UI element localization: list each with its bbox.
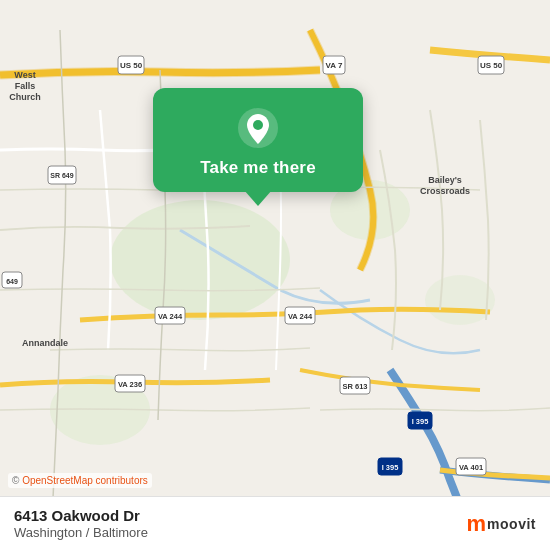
svg-text:Falls: Falls	[15, 81, 36, 91]
svg-text:VA 236: VA 236	[118, 380, 142, 389]
osm-link[interactable]: OpenStreetMap contributors	[22, 475, 148, 486]
moovit-logo: m moovit	[467, 511, 536, 537]
svg-text:SR 649: SR 649	[50, 172, 73, 179]
svg-text:VA 244: VA 244	[158, 312, 183, 321]
popup-card[interactable]: Take me there	[153, 88, 363, 192]
map-roads-svg: US 50 VA 7 US 50 VA 7 SR 649 649 VA 244 …	[0, 0, 550, 550]
svg-text:US 50: US 50	[480, 61, 503, 70]
svg-text:US 50: US 50	[120, 61, 143, 70]
moovit-text: moovit	[487, 516, 536, 532]
city-line: Washington / Baltimore	[14, 525, 148, 540]
bottom-bar: 6413 Oakwood Dr Washington / Baltimore m…	[0, 496, 550, 550]
copyright-notice: © OpenStreetMap contributors	[8, 473, 152, 488]
svg-text:I 395: I 395	[412, 417, 429, 426]
svg-text:Annandale: Annandale	[22, 338, 68, 348]
moovit-icon: m	[467, 511, 486, 537]
svg-text:649: 649	[6, 278, 18, 285]
map-container: US 50 VA 7 US 50 VA 7 SR 649 649 VA 244 …	[0, 0, 550, 550]
svg-text:West: West	[14, 70, 35, 80]
svg-text:SR 613: SR 613	[342, 382, 367, 391]
address-block: 6413 Oakwood Dr Washington / Baltimore	[14, 507, 148, 540]
svg-point-4	[425, 275, 495, 325]
svg-point-38	[253, 120, 263, 130]
popup-label: Take me there	[200, 158, 316, 178]
svg-text:I 395: I 395	[382, 463, 399, 472]
svg-text:Crossroads: Crossroads	[420, 186, 470, 196]
svg-text:VA 7: VA 7	[326, 61, 343, 70]
svg-text:Church: Church	[9, 92, 41, 102]
svg-text:Bailey's: Bailey's	[428, 175, 462, 185]
address-line: 6413 Oakwood Dr	[14, 507, 148, 524]
svg-point-1	[110, 200, 290, 320]
svg-text:VA 401: VA 401	[459, 463, 483, 472]
location-pin-icon	[236, 106, 280, 150]
svg-text:VA 244: VA 244	[288, 312, 313, 321]
